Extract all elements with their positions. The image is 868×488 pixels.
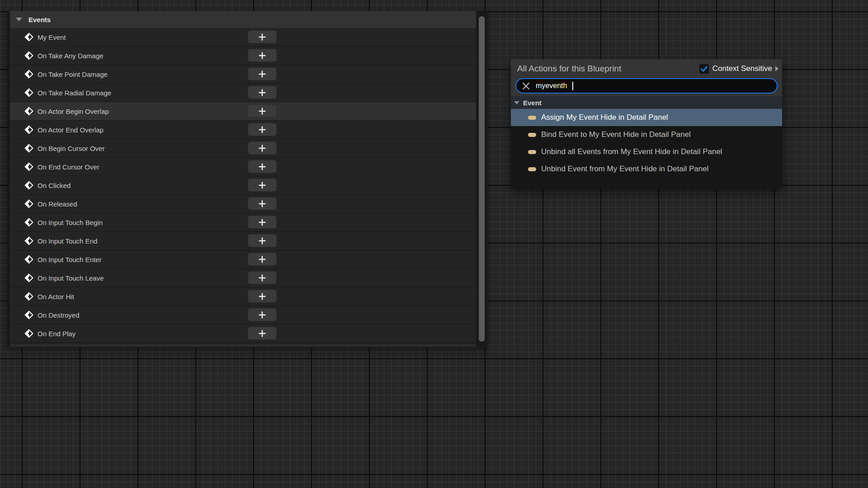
event-row[interactable]: On Actor End Overlap — [10, 121, 476, 139]
events-row-list: My Event On Take Any Damage On Take Poin… — [10, 28, 476, 343]
event-row-label: On End Cursor Over — [38, 163, 99, 171]
action-item[interactable]: Assign My Event Hide in Detail Panel — [511, 109, 782, 126]
action-item[interactable]: Unbind Event from My Event Hide in Detai… — [511, 160, 782, 178]
plus-icon — [258, 33, 267, 42]
event-icon — [24, 51, 33, 60]
event-row[interactable]: On Input Touch Begin — [10, 213, 476, 232]
action-item[interactable]: Bind Event to My Event Hide in Detail Pa… — [511, 126, 782, 143]
action-item[interactable]: Unbind all Events from My Event Hide in … — [511, 143, 782, 160]
event-row-label: My Event — [38, 33, 66, 41]
add-event-button[interactable] — [248, 49, 277, 62]
event-row[interactable]: On Destroyed — [10, 306, 476, 324]
plus-icon — [258, 88, 267, 97]
plus-icon — [258, 292, 267, 301]
event-row-label: On Released — [38, 200, 77, 208]
plus-icon — [258, 236, 267, 245]
plus-icon — [258, 162, 267, 171]
plus-icon — [258, 51, 267, 60]
event-row-label: On Destroyed — [38, 311, 80, 319]
event-row-label: On Take Any Damage — [38, 52, 104, 60]
events-scrollbar-thumb[interactable] — [479, 16, 485, 342]
plus-icon — [258, 125, 267, 134]
event-row[interactable]: On End Play — [10, 324, 476, 343]
events-section-title: Events — [28, 16, 51, 23]
event-row[interactable]: On Input Touch Enter — [10, 250, 476, 269]
submenu-arrow-icon[interactable] — [775, 66, 778, 71]
events-scrollbar-track[interactable] — [476, 11, 487, 347]
event-icon — [24, 125, 33, 134]
event-row[interactable]: My Event — [10, 28, 476, 47]
clear-search-icon[interactable] — [522, 82, 530, 90]
plus-icon — [258, 255, 267, 264]
context-sensitive-checkbox[interactable] — [699, 64, 709, 74]
add-event-button[interactable] — [248, 327, 277, 340]
category-expander-icon — [514, 101, 519, 104]
event-row[interactable]: On Input Touch Leave — [10, 269, 476, 287]
event-row-label: On Begin Cursor Over — [38, 145, 104, 152]
add-event-button[interactable] — [248, 290, 277, 303]
event-icon — [24, 162, 33, 171]
events-section-header[interactable]: Events — [10, 11, 476, 28]
add-event-button[interactable] — [248, 123, 277, 136]
add-event-button[interactable] — [248, 178, 277, 192]
text-cursor — [572, 82, 573, 90]
plus-icon — [258, 218, 267, 227]
add-event-button[interactable] — [248, 30, 277, 43]
event-row-label: On Actor End Overlap — [38, 126, 104, 134]
event-row[interactable]: On Actor Hit — [10, 287, 476, 306]
delegate-icon — [528, 167, 536, 171]
checkmark-icon — [700, 65, 708, 73]
event-row[interactable]: On Take Any Damage — [10, 47, 476, 65]
plus-icon — [258, 181, 267, 190]
plus-icon — [258, 70, 267, 79]
plus-icon — [258, 107, 267, 116]
events-expander-icon — [16, 18, 22, 21]
category-label: Event — [523, 99, 542, 107]
delegate-icon — [528, 150, 536, 154]
add-event-button[interactable] — [248, 308, 277, 321]
delegate-icon — [528, 133, 536, 137]
event-icon — [24, 70, 33, 79]
actions-menu-header: All Actions for this Blueprint Context S… — [511, 59, 782, 78]
event-icon — [24, 292, 33, 301]
actions-list: Assign My Event Hide in Detail Panel Bin… — [511, 109, 782, 188]
events-panel: Events My Event On Take Any Damage — [7, 11, 487, 347]
add-event-button[interactable] — [248, 197, 277, 210]
add-event-button[interactable] — [248, 160, 277, 173]
event-icon — [24, 310, 33, 319]
event-row[interactable]: On Actor Begin Overlap — [10, 102, 476, 121]
add-event-button[interactable] — [248, 271, 277, 284]
actions-context-menu: All Actions for this Blueprint Context S… — [511, 59, 782, 188]
event-row[interactable]: On Begin Cursor Over — [10, 139, 476, 158]
add-event-button[interactable] — [248, 104, 277, 117]
event-row[interactable]: On Clicked — [10, 176, 476, 195]
event-icon — [24, 144, 33, 153]
category-header-event[interactable]: Event — [511, 96, 782, 109]
actions-menu-title: All Actions for this Blueprint — [517, 64, 699, 74]
event-row[interactable]: On Released — [10, 195, 476, 213]
add-event-button[interactable] — [248, 86, 277, 99]
event-row-label: On Take Radial Damage — [38, 89, 111, 97]
event-row[interactable]: On Input Touch End — [10, 232, 476, 250]
action-item-label: Bind Event to My Event Hide in Detail Pa… — [541, 130, 691, 139]
event-icon — [24, 218, 33, 227]
event-icon — [24, 107, 33, 116]
add-event-button[interactable] — [248, 67, 277, 80]
event-row-label: On Actor Hit — [38, 293, 74, 300]
add-event-button[interactable] — [248, 253, 277, 266]
event-row-label: On Input Touch End — [38, 237, 97, 245]
add-event-button[interactable] — [248, 141, 277, 155]
event-icon — [24, 181, 33, 190]
event-row[interactable]: On End Cursor Over — [10, 158, 476, 176]
event-row[interactable]: On Take Point Damage — [10, 65, 476, 84]
event-row-label: On Actor Begin Overlap — [38, 108, 109, 115]
add-event-button[interactable] — [248, 216, 277, 229]
search-input[interactable]: myeventh — [515, 78, 778, 94]
add-event-button[interactable] — [248, 234, 277, 247]
plus-icon — [258, 144, 267, 153]
event-row-label: On Input Touch Enter — [38, 256, 101, 263]
plus-icon — [258, 329, 267, 338]
event-row[interactable]: On Take Radial Damage — [10, 84, 476, 102]
plus-icon — [258, 199, 267, 208]
event-icon — [24, 329, 33, 338]
